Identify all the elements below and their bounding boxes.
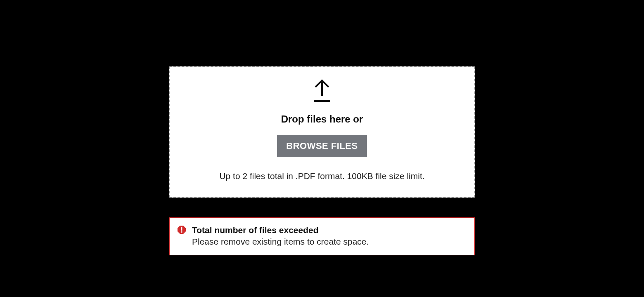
alert-title: Total number of files exceeded — [192, 224, 369, 236]
alert-body: Total number of files exceeded Please re… — [192, 224, 369, 248]
dropzone-title: Drop files here or — [281, 113, 363, 125]
svg-rect-3 — [181, 227, 182, 231]
alert-message: Please remove existing items to create s… — [192, 236, 369, 248]
error-icon — [177, 225, 186, 236]
browse-files-button[interactable]: Browse Files — [277, 135, 367, 157]
dropzone-hint: Up to 2 files total in .PDF format. 100K… — [219, 171, 424, 181]
svg-rect-4 — [181, 231, 182, 233]
error-alert: Total number of files exceeded Please re… — [169, 217, 475, 256]
file-dropzone[interactable]: Drop files here or Browse Files Up to 2 … — [169, 66, 475, 198]
upload-icon — [312, 79, 332, 103]
